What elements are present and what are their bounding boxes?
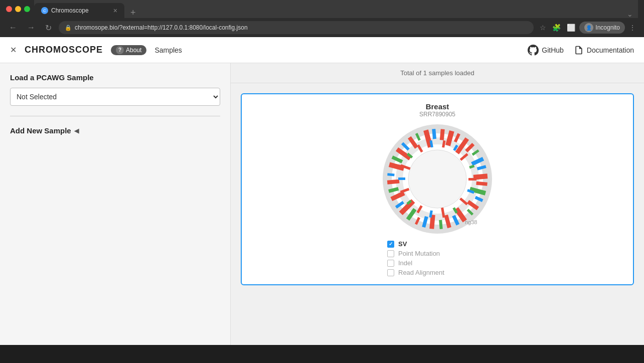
- lock-icon: 🔒: [65, 25, 72, 31]
- load-pcawg-title: Load a PCAWG Sample: [10, 73, 220, 82]
- nav-bar: ← → ↻ 🔒 chromosope.bio/?external=http://…: [0, 18, 644, 37]
- genome-chart-container: hg38: [382, 124, 493, 234]
- incognito-label: Incognito: [595, 24, 620, 31]
- checkbox-item-sv[interactable]: ✓ SV: [387, 240, 488, 248]
- sample-card: Breast SRR7890905: [241, 93, 634, 285]
- back-button[interactable]: ←: [6, 21, 20, 34]
- app-header: ✕ CHROMOSCOPE ? About Samples GitHub Doc…: [0, 37, 644, 63]
- sv-checkbox[interactable]: ✓: [387, 241, 394, 248]
- nav-icons: ☆ 🧩 ⬜ 👤 Incognito ⋮: [538, 22, 638, 34]
- url-bar[interactable]: 🔒 chromosope.bio/?external=http://127.0.…: [59, 21, 534, 34]
- triangle-icon: ◀: [74, 127, 79, 134]
- add-new-sample-label: Add New Sample: [10, 126, 71, 135]
- documentation-label: Documentation: [587, 46, 634, 54]
- documentation-link[interactable]: Documentation: [574, 45, 634, 55]
- pcawg-sample-select[interactable]: Not Selected: [10, 88, 220, 106]
- app-header-right: GitHub Documentation: [528, 45, 634, 56]
- samples-area: Total of 1 samples loaded Breast SRR7890…: [231, 63, 644, 345]
- tab-close-button[interactable]: ×: [113, 7, 117, 15]
- checkbox-item-read-alignment[interactable]: Read Alignment: [387, 269, 488, 276]
- traffic-lights: [6, 6, 30, 12]
- title-bar: C Chromoscope × + ⌄: [0, 0, 644, 18]
- svg-rect-43: [468, 178, 476, 180]
- samples-content: Breast SRR7890905: [231, 83, 644, 345]
- svg-text:hg38: hg38: [465, 219, 477, 225]
- indel-checkbox[interactable]: [387, 260, 394, 267]
- github-icon: [528, 45, 539, 56]
- active-tab[interactable]: C Chromoscope ×: [34, 3, 124, 18]
- about-button[interactable]: ? About: [111, 45, 146, 55]
- read-alignment-label: Read Alignment: [398, 269, 444, 276]
- minimize-traffic-light[interactable]: [15, 6, 21, 12]
- incognito-avatar: 👤: [584, 23, 593, 32]
- point-mutation-label: Point Mutation: [398, 250, 440, 257]
- documentation-icon: [574, 45, 584, 55]
- app-title: CHROMOSCOPE: [25, 45, 103, 55]
- svg-rect-52: [398, 177, 405, 180]
- profile-button[interactable]: ⬜: [565, 22, 577, 34]
- indel-label: Indel: [398, 259, 412, 267]
- checkbox-item-indel[interactable]: Indel: [387, 259, 488, 267]
- tab-favicon: C: [41, 7, 48, 14]
- samples-nav-link[interactable]: Samples: [154, 46, 182, 54]
- sidebar: Load a PCAWG Sample Not Selected Add New…: [0, 63, 231, 345]
- svg-point-2: [408, 150, 466, 208]
- bookmark-button[interactable]: ☆: [538, 22, 548, 34]
- sv-label: SV: [398, 240, 407, 248]
- github-link[interactable]: GitHub: [528, 45, 564, 56]
- checkbox-item-point-mutation[interactable]: Point Mutation: [387, 250, 488, 257]
- genome-chart: hg38: [382, 124, 493, 234]
- sample-subtitle: SRR7890905: [419, 111, 455, 118]
- read-alignment-checkbox[interactable]: [387, 269, 394, 276]
- incognito-button[interactable]: 👤 Incognito: [579, 22, 625, 34]
- add-new-sample-button[interactable]: Add New Sample ◀: [10, 126, 220, 135]
- about-icon: ?: [116, 46, 124, 54]
- github-label: GitHub: [542, 46, 564, 54]
- fullscreen-traffic-light[interactable]: [24, 6, 30, 12]
- app-main: Load a PCAWG Sample Not Selected Add New…: [0, 63, 644, 345]
- forward-button[interactable]: →: [24, 21, 38, 34]
- new-tab-button[interactable]: +: [124, 8, 142, 18]
- sample-title: Breast: [426, 102, 449, 111]
- sidebar-divider: [10, 116, 220, 116]
- url-text: chromosope.bio/?external=http://127.0.0.…: [75, 24, 248, 31]
- reload-button[interactable]: ↻: [42, 21, 55, 35]
- menu-button[interactable]: ⋮: [627, 22, 638, 34]
- tab-chevron-icon[interactable]: ⌄: [622, 10, 638, 18]
- point-mutation-checkbox[interactable]: [387, 250, 394, 257]
- app-close-button[interactable]: ✕: [10, 45, 17, 55]
- close-traffic-light[interactable]: [6, 6, 12, 12]
- extensions-button[interactable]: 🧩: [550, 22, 563, 34]
- about-label: About: [126, 47, 141, 54]
- browser-chrome: C Chromoscope × + ⌄ ← → ↻ 🔒 chromosope.b…: [0, 0, 644, 37]
- app-container: ✕ CHROMOSCOPE ? About Samples GitHub Doc…: [0, 37, 644, 345]
- tab-label: Chromoscope: [51, 7, 89, 14]
- samples-header: Total of 1 samples loaded: [231, 63, 644, 83]
- tab-bar: C Chromoscope × + ⌄: [34, 0, 638, 18]
- checkbox-list: ✓ SV Point Mutation Indel: [387, 240, 488, 276]
